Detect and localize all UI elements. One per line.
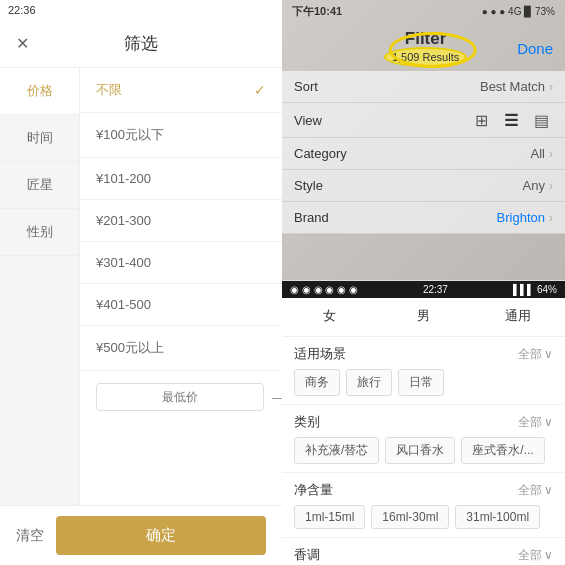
ios-brand-value: Brighton — [364, 210, 545, 225]
section-volume: 净含量 全部 ∨ 1ml-15ml 16ml-30ml 31ml-100ml — [282, 473, 565, 538]
ios-status-battery: ● ● ● 4G ▉ 73% — [482, 6, 555, 17]
ios-status-time: 下午10:41 — [292, 4, 342, 19]
ios-row-style[interactable]: Style Any › — [282, 170, 565, 202]
section-volume-value: 全部 ∨ — [518, 482, 553, 499]
ios-view-label: View — [294, 113, 364, 128]
price-option-2[interactable]: ¥101-200 — [80, 158, 282, 200]
bottom-status-battery: ▌▌▌ 64% — [513, 284, 557, 295]
tag-vol-mid[interactable]: 16ml-30ml — [371, 505, 449, 529]
section-scene-header: 适用场景 全部 ∨ — [294, 345, 553, 363]
tag-travel[interactable]: 旅行 — [346, 369, 392, 396]
tab-unisex[interactable]: 通用 — [471, 298, 565, 336]
ios-chevron-brand: › — [549, 211, 553, 225]
price-option-4[interactable]: ¥301-400 — [80, 242, 282, 284]
ios-sort-value: Best Match — [364, 79, 545, 94]
bottom-status-time: 22:37 — [423, 284, 448, 295]
section-volume-header: 净含量 全部 ∨ — [294, 481, 553, 499]
filter-title-wrap: Filter 1,509 Results — [384, 29, 467, 67]
ios-chevron-category: › — [549, 147, 553, 161]
tag-vol-small[interactable]: 1ml-15ml — [294, 505, 365, 529]
ios-filter-title: Filter — [405, 29, 447, 49]
category-time[interactable]: 时间 — [0, 115, 79, 162]
price-range-row: — — [80, 371, 282, 423]
gender-tabs: 女 男 通用 — [282, 298, 565, 337]
section-category-value: 全部 ∨ — [518, 414, 553, 431]
section-category-header: 类别 全部 ∨ — [294, 413, 553, 431]
volume-tags: 1ml-15ml 16ml-30ml 31ml-100ml — [294, 505, 553, 529]
ios-done-button[interactable]: Done — [517, 40, 553, 57]
results-badge: 1,509 Results — [384, 47, 467, 67]
price-option-6[interactable]: ¥500元以上 — [80, 326, 282, 371]
section-scene: 适用场景 全部 ∨ 商务 旅行 日常 — [282, 337, 565, 405]
tab-male[interactable]: 男 — [376, 298, 470, 336]
ios-view-icons: ⊞ ☰ ▤ — [364, 111, 553, 129]
category-price[interactable]: 价格 — [0, 68, 79, 115]
tag-vol-large[interactable]: 31ml-100ml — [455, 505, 540, 529]
grid-view-icon[interactable]: ⊞ — [469, 111, 493, 129]
status-bar-left: 22:36 — [0, 0, 282, 20]
compact-view-icon[interactable]: ▤ — [529, 111, 553, 129]
tag-vent[interactable]: 风口香水 — [385, 437, 455, 464]
ios-row-category[interactable]: Category All › — [282, 138, 565, 170]
price-option-1[interactable]: ¥100元以下 — [80, 113, 282, 158]
section-scent-value: 全部 ∨ — [518, 547, 553, 564]
scene-tags: 商务 旅行 日常 — [294, 369, 553, 396]
section-scent: 香调 全部 ∨ 花香调 花果香调 混合香调 — [282, 538, 565, 565]
ios-status-bar: 下午10:41 ● ● ● 4G ▉ 73% — [282, 0, 565, 23]
chevron-down-icon-4: ∨ — [544, 548, 553, 562]
ios-sort-label: Sort — [294, 79, 364, 94]
bottom-status-icons: ◉ ◉ ◉ ◉ ◉ ◉ — [290, 284, 358, 295]
tag-refill[interactable]: 补充液/替芯 — [294, 437, 379, 464]
category-gender[interactable]: 性别 — [0, 209, 79, 256]
tab-female[interactable]: 女 — [282, 298, 376, 336]
chevron-down-icon-3: ∨ — [544, 483, 553, 497]
confirm-button[interactable]: 确定 — [56, 516, 266, 555]
section-scent-header: 香调 全部 ∨ — [294, 546, 553, 564]
filter-options: 不限 ✓ ¥100元以下 ¥101-200 ¥201-300 ¥301-400 … — [80, 68, 282, 505]
ios-row-sort[interactable]: Sort Best Match › — [282, 71, 565, 103]
ios-row-view: View ⊞ ☰ ▤ — [282, 103, 565, 138]
price-dash: — — [272, 389, 282, 405]
left-filter-panel: 22:36 ✕ 筛选 价格 时间 匠星 性别 不限 ✓ ¥100元以下 ¥101… — [0, 0, 282, 565]
section-volume-title: 净含量 — [294, 481, 333, 499]
ios-chevron-icon: › — [549, 80, 553, 94]
ios-filter-header: Filter 1,509 Results Done — [282, 23, 565, 71]
check-icon: ✓ — [254, 82, 266, 98]
ios-category-value: All — [364, 146, 545, 161]
ios-style-value: Any — [364, 178, 545, 193]
list-view-icon[interactable]: ☰ — [499, 111, 523, 129]
filter-title: 筛选 — [124, 32, 158, 55]
section-category-title: 类别 — [294, 413, 320, 431]
section-scene-title: 适用场景 — [294, 345, 346, 363]
chevron-down-icon: ∨ — [544, 347, 553, 361]
left-footer: 清空 确定 — [0, 505, 282, 565]
bottom-status-bar: ◉ ◉ ◉ ◉ ◉ ◉ 22:37 ▌▌▌ 64% — [282, 281, 565, 298]
status-time-left: 22:36 — [8, 4, 36, 16]
ios-row-brand[interactable]: Brand Brighton › — [282, 202, 565, 234]
price-min-input[interactable] — [96, 383, 264, 411]
filter-body: 价格 时间 匠星 性别 不限 ✓ ¥100元以下 ¥101-200 ¥201-3… — [0, 68, 282, 505]
ios-panel: 下午10:41 ● ● ● 4G ▉ 73% Filter 1,509 Resu… — [282, 0, 565, 280]
ios-chevron-style: › — [549, 179, 553, 193]
chevron-down-icon-2: ∨ — [544, 415, 553, 429]
tag-business[interactable]: 商务 — [294, 369, 340, 396]
category-tags: 补充液/替芯 风口香水 座式香水/... — [294, 437, 553, 464]
tag-seat[interactable]: 座式香水/... — [461, 437, 544, 464]
price-option-5[interactable]: ¥401-500 — [80, 284, 282, 326]
filter-header: ✕ 筛选 — [0, 20, 282, 68]
filter-categories: 价格 时间 匠星 性别 — [0, 68, 80, 505]
section-scent-title: 香调 — [294, 546, 320, 564]
price-option-3[interactable]: ¥201-300 — [80, 200, 282, 242]
right-panel: 下午10:41 ● ● ● 4G ▉ 73% Filter 1,509 Resu… — [282, 0, 565, 565]
price-option-0[interactable]: 不限 ✓ — [80, 68, 282, 113]
bottom-cn-panel: ◉ ◉ ◉ ◉ ◉ ◉ 22:37 ▌▌▌ 64% 女 男 通用 适用场景 全部… — [282, 280, 565, 565]
ios-style-label: Style — [294, 178, 364, 193]
clear-button[interactable]: 清空 — [16, 516, 44, 555]
close-icon[interactable]: ✕ — [16, 34, 29, 53]
section-category: 类别 全部 ∨ 补充液/替芯 风口香水 座式香水/... — [282, 405, 565, 473]
ios-brand-label: Brand — [294, 210, 364, 225]
category-star[interactable]: 匠星 — [0, 162, 79, 209]
ios-category-label: Category — [294, 146, 364, 161]
tag-daily[interactable]: 日常 — [398, 369, 444, 396]
section-scene-value: 全部 ∨ — [518, 346, 553, 363]
